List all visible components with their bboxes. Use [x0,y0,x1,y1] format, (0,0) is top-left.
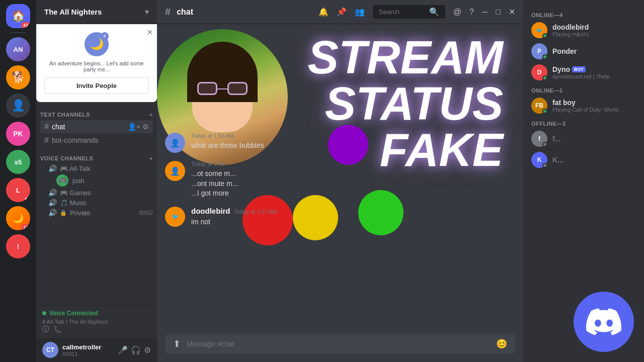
chat-channel-name: chat [177,8,193,17]
server-icon-s5[interactable]: s5 [6,150,30,174]
boost-popup-text: An adventure begins... Let's add some pa… [44,60,149,72]
fat-boy-info: fat boy Playing Call of Duty: World... [552,99,636,113]
channel-item-bot-commands[interactable]: # bot-commands [40,134,153,147]
username: callmetroller [62,343,114,351]
member-offline-1[interactable]: f f... [527,129,640,149]
upload-icon[interactable]: ⬆ [173,338,181,349]
main-chat: # chat 🔔 📌 👥 🔍 @ ? ─ □ ✕ [157,0,523,362]
voice-info-icon[interactable]: ⓘ [42,325,49,334]
server-name: The All Nighters [44,8,102,16]
server-icon-s3[interactable]: 👤 [6,94,30,118]
member-ponder[interactable]: P Ponder [527,41,640,61]
voice-connected-label: Voice Connected [49,310,98,317]
doodlebird-avatar: 🐦 [531,22,547,38]
voice-count: 00/02 [139,210,153,216]
chat-messages: STREAM STATUS FAKE 👤 Today at 1:56 AM wh… [157,24,523,334]
channel-item-chat[interactable]: # chat 👤+ ⚙ [40,120,153,133]
speaker-icon-music: 🔊 [48,199,57,207]
voice-channel-name-games: 🎮 Games [60,189,91,197]
server-icon-s1[interactable]: AN [6,37,30,61]
voice-channel-private[interactable]: 🔊 🔒 Private 00/02 [36,208,157,218]
ponder-avatar: P [531,43,547,59]
search-input[interactable] [379,8,425,16]
help-icon[interactable]: ? [469,8,474,17]
server-icon-s7[interactable]: 🌙 13 [6,206,30,230]
doodlebird-activity: Playing m&m's [552,31,636,37]
add-voice-channel-icon[interactable]: + [149,155,153,161]
dyno-info: Dyno BOT dynodiscord.net | ?help [552,65,636,79]
lock-icon: 🔒 [60,210,67,216]
add-channel-icon[interactable]: + [149,112,153,118]
minimize-icon[interactable]: ─ [482,8,488,17]
member-doodlebird[interactable]: 🐦 doodlebird Playing m&m's [527,20,640,40]
channel-name-bot: bot-commands [52,136,99,144]
user-bar-actions: 🎤 🎧 ⚙ [118,345,151,355]
members-icon[interactable]: 👥 [355,7,365,17]
voice-channel-games[interactable]: 🔊 🎮 Games [36,188,157,198]
at-icon[interactable]: @ [453,8,461,17]
search-box[interactable]: 🔍 [373,5,445,19]
voice-member-josh[interactable]: 🎮 josh [36,173,157,188]
voice-action-buttons: ⓘ 📞 [42,325,151,334]
member-list: ONLINE—4 🐦 doodlebird Playing m&m's P Po… [523,0,644,362]
ponder-info: Ponder [552,47,636,55]
msg3-content: doodlebird Today at 1:57 AM im not [191,207,515,227]
maximize-icon[interactable]: □ [496,8,501,17]
msg2-content: Today at 1:56 ...ot some m......ont mute… [191,161,515,199]
add-member-icon[interactable]: 👤+ [128,123,140,131]
server-bar: 🏠 41 AN 🐕 👤 PK s5 L 6 🌙 13 ! [0,0,36,362]
voice-dot [42,311,46,315]
user-settings-icon[interactable]: ⚙ [144,345,151,355]
offline1-avatar: f [531,131,547,147]
close-icon[interactable]: ✕ [509,7,515,17]
deafen-icon[interactable]: 🎧 [131,345,141,355]
user-tag: #0911 [62,351,114,357]
user-avatar: CT [42,342,58,358]
emoji-icon[interactable]: 😊 [496,338,507,349]
chat-header: # chat 🔔 📌 👥 🔍 @ ? ─ □ ✕ [157,0,523,24]
bell-icon[interactable]: 🔔 [318,7,329,17]
msg2-timestamp: Today at 1:56 [191,161,224,167]
voice-channel-name-music: 🎵 Music [60,199,87,207]
server-header[interactable]: The All Nighters ▾ [36,0,157,24]
server-icon-s6[interactable]: L 6 [6,178,30,202]
server-icon-home[interactable]: 🏠 41 [6,4,30,28]
settings-icon[interactable]: ⚙ [142,123,149,131]
offline1-info: f... [552,135,636,143]
home-badge: 41 [21,22,30,28]
offline2-avatar: K [531,152,547,168]
invite-people-button[interactable]: Invite People [44,77,149,94]
speaker-icon-games: 🔊 [48,189,57,197]
user-info: callmetroller #0911 [62,343,114,357]
fat-boy-avatar: FB [531,98,547,114]
bot-badge: BOT [572,66,586,72]
voice-channels-label: VOICE CHANNELS + [36,147,157,163]
server-icon-s4[interactable]: PK [6,122,30,146]
speaker-icon: 🔊 [48,164,57,172]
boost-plus-icon: + [101,32,109,40]
pin-icon[interactable]: 📌 [337,7,347,17]
avatar-emoji: 🌙 [90,38,104,51]
message-input[interactable] [187,334,490,354]
message-group-1: 👤 Today at 1:56 AM what are those bubble… [165,133,515,153]
stream-line2: STATUS [325,80,503,127]
voice-channel-music[interactable]: 🔊 🎵 Music [36,198,157,208]
member-dyno[interactable]: D Dyno BOT dynodiscord.net | ?help [527,62,640,82]
msg1-text: what are those bubbles [191,141,515,151]
voice-connected-bar: Voice Connected 4 All-Talk / The All Nig… [36,305,157,338]
close-popup-button[interactable]: ✕ [147,28,153,36]
voice-channel-all-talk[interactable]: 🔊 🎮 All-Talk [36,163,157,173]
msg1-content: Today at 1:56 AM what are those bubbles [191,133,515,151]
server-divider [10,32,26,33]
msg3-timestamp: Today at 1:57 AM [234,209,277,215]
voice-channel-name-private: Private [70,209,90,217]
member-fat-boy[interactable]: FB fat boy Playing Call of Duty: World..… [527,96,640,116]
server-icon-s8[interactable]: ! [6,234,30,258]
chat-hash-icon: # [165,6,171,18]
dyno-name: Dyno BOT [552,65,636,73]
dyno-avatar: D [531,64,547,80]
voice-disconnect-icon[interactable]: 📞 [53,325,62,333]
server-icon-s2[interactable]: 🐕 [6,65,30,89]
mute-icon[interactable]: 🎤 [118,345,128,355]
member-offline-2[interactable]: K K... [527,150,640,170]
